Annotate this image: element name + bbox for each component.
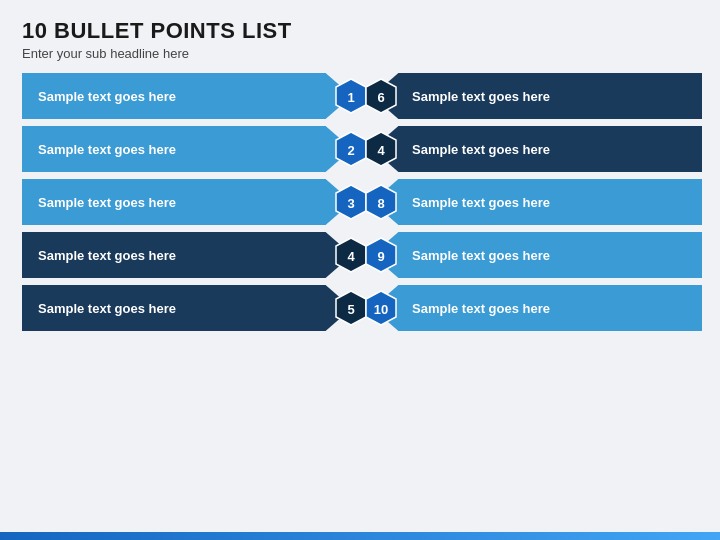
bottom-bar: [0, 532, 720, 540]
left-bar-text-3: Sample text goes here: [38, 195, 176, 210]
bullet-row: Sample text goes here 1 6: [22, 73, 698, 119]
svg-text:10: 10: [374, 302, 388, 317]
right-bar-4: Sample text goes here: [372, 232, 702, 278]
right-item-1: 6 Sample text goes here: [372, 73, 702, 119]
left-bar-4: Sample text goes here: [22, 232, 352, 278]
right-item-2: 4 Sample text goes here: [372, 126, 702, 172]
right-bar-1: Sample text goes here: [372, 73, 702, 119]
svg-text:4: 4: [347, 249, 355, 264]
right-badge-3: 8: [362, 183, 400, 221]
bullet-row: Sample text goes here 4 9: [22, 232, 698, 278]
right-bar-text-2: Sample text goes here: [412, 142, 550, 157]
right-item-3: 8 Sample text goes here: [372, 179, 702, 225]
left-item-5: Sample text goes here 5: [22, 285, 352, 331]
right-item-5: 10 Sample text goes here: [372, 285, 702, 331]
svg-text:5: 5: [347, 302, 354, 317]
right-badge-1: 6: [362, 77, 400, 115]
right-item-4: 9 Sample text goes here: [372, 232, 702, 278]
svg-text:2: 2: [347, 143, 354, 158]
left-bar-text-4: Sample text goes here: [38, 248, 176, 263]
left-bar-5: Sample text goes here: [22, 285, 352, 331]
bullet-row: Sample text goes here 5 10: [22, 285, 698, 331]
svg-text:8: 8: [377, 196, 384, 211]
right-bar-3: Sample text goes here: [372, 179, 702, 225]
rows-container: Sample text goes here 1 6: [22, 73, 698, 331]
right-bar-2: Sample text goes here: [372, 126, 702, 172]
right-bar-text-5: Sample text goes here: [412, 301, 550, 316]
right-bar-5: Sample text goes here: [372, 285, 702, 331]
right-bar-text-1: Sample text goes here: [412, 89, 550, 104]
svg-text:6: 6: [377, 90, 384, 105]
sub-headline: Enter your sub headline here: [22, 46, 698, 61]
svg-text:1: 1: [347, 90, 354, 105]
svg-text:4: 4: [377, 143, 385, 158]
left-bar-text-5: Sample text goes here: [38, 301, 176, 316]
right-bar-text-3: Sample text goes here: [412, 195, 550, 210]
right-badge-2: 4: [362, 130, 400, 168]
svg-text:3: 3: [347, 196, 354, 211]
bullet-row: Sample text goes here 3 8: [22, 179, 698, 225]
right-bar-text-4: Sample text goes here: [412, 248, 550, 263]
slide: 10 BULLET POINTS LIST Enter your sub hea…: [0, 0, 720, 540]
right-badge-4: 9: [362, 236, 400, 274]
left-item-2: Sample text goes here 2: [22, 126, 352, 172]
left-bar-2: Sample text goes here: [22, 126, 352, 172]
left-bar-1: Sample text goes here: [22, 73, 352, 119]
left-bar-text-1: Sample text goes here: [38, 89, 176, 104]
svg-text:9: 9: [377, 249, 384, 264]
left-bar-3: Sample text goes here: [22, 179, 352, 225]
left-item-3: Sample text goes here 3: [22, 179, 352, 225]
left-item-1: Sample text goes here 1: [22, 73, 352, 119]
right-badge-5: 10: [362, 289, 400, 327]
left-bar-text-2: Sample text goes here: [38, 142, 176, 157]
bullet-row: Sample text goes here 2 4: [22, 126, 698, 172]
left-item-4: Sample text goes here 4: [22, 232, 352, 278]
main-title: 10 BULLET POINTS LIST: [22, 18, 698, 44]
